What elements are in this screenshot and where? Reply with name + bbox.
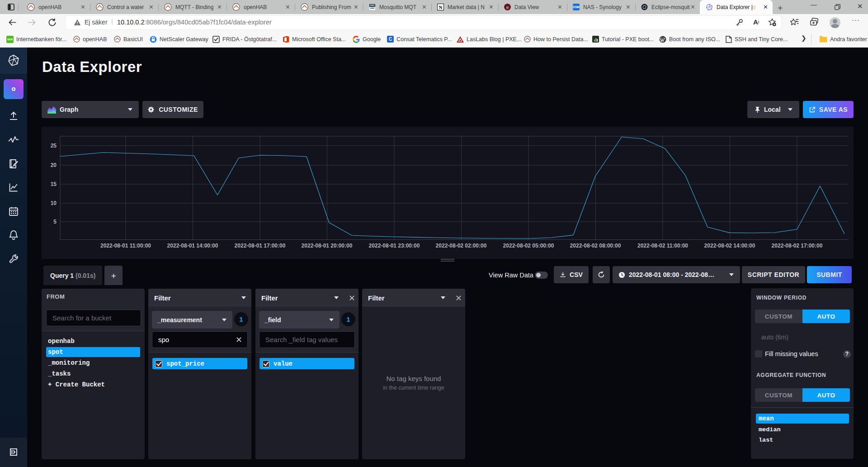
svg-text:2022-08-01 20:00:00: 2022-08-01 20:00:00: [302, 243, 353, 249]
svg-text:20: 20: [51, 162, 57, 168]
svg-text:15: 15: [51, 181, 57, 187]
svg-text:2022-08-02 11:00:00: 2022-08-02 11:00:00: [637, 243, 688, 249]
svg-text:25: 25: [51, 143, 57, 149]
svg-text:2022-08-02 05:00:00: 2022-08-02 05:00:00: [503, 243, 554, 249]
svg-text:2022-08-02 08:00:00: 2022-08-02 08:00:00: [570, 243, 621, 249]
svg-text:2022-08-02 17:00:00: 2022-08-02 17:00:00: [772, 243, 823, 249]
svg-text:10: 10: [51, 200, 57, 206]
svg-text:5: 5: [53, 219, 57, 225]
svg-text:2022-08-02 02:00:00: 2022-08-02 02:00:00: [436, 243, 487, 249]
svg-text:2022-08-01 17:00:00: 2022-08-01 17:00:00: [235, 243, 286, 249]
svg-text:2022-08-01 23:00:00: 2022-08-01 23:00:00: [369, 243, 420, 249]
svg-text:2022-08-01 14:00:00: 2022-08-01 14:00:00: [167, 243, 218, 249]
svg-text:2022-08-01 11:00:00: 2022-08-01 11:00:00: [100, 243, 151, 249]
svg-text:2022-08-02 14:00:00: 2022-08-02 14:00:00: [704, 243, 755, 249]
